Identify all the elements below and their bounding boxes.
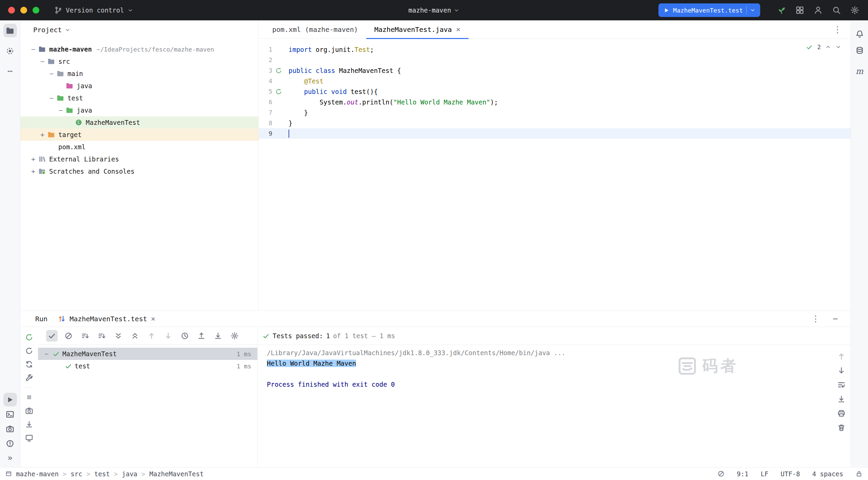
project-tree-item-external-libraries[interactable]: +External Libraries: [20, 153, 258, 165]
code-line-2[interactable]: 2: [259, 55, 851, 65]
hide-tool-window-icon[interactable]: −: [833, 314, 838, 324]
run-test-gutter-icon[interactable]: [274, 88, 284, 96]
tree-expander[interactable]: −: [47, 94, 56, 102]
show-console-button[interactable]: [23, 432, 35, 444]
more-tool-windows-button[interactable]: ⋯: [3, 64, 17, 78]
import-test-results-button[interactable]: [196, 330, 207, 342]
project-tree-item-src[interactable]: −src: [20, 55, 258, 68]
console-output[interactable]: /Library/Java/JavaVirtualMachines/jdk1.8…: [258, 345, 851, 390]
code-line-3[interactable]: 3public class MazheMavenTest {: [259, 65, 851, 76]
project-tree-item-target[interactable]: +target: [20, 129, 258, 141]
rerun-tests-button[interactable]: [23, 331, 35, 343]
breadcrumb-item-test[interactable]: test: [94, 470, 110, 478]
toggle-auto-test-button[interactable]: [23, 358, 35, 370]
collapse-all-button[interactable]: [129, 330, 141, 342]
zoom-window-button[interactable]: [33, 7, 39, 14]
show-ignored-button[interactable]: [63, 330, 74, 342]
run-options-icon[interactable]: ⋮: [811, 314, 820, 324]
expand-all-button[interactable]: [113, 330, 124, 342]
breadcrumb-item-src[interactable]: src: [71, 470, 82, 478]
tool-windows-button[interactable]: [795, 6, 804, 15]
tree-expander[interactable]: +: [38, 131, 47, 139]
scroll-up-button[interactable]: [836, 351, 846, 361]
close-icon[interactable]: ×: [151, 314, 155, 323]
project-tree-item-scratches-and-consoles[interactable]: +Scratches and Consoles: [20, 165, 258, 177]
editor-options-icon[interactable]: ⋮: [833, 24, 842, 35]
hidden-stripe-buttons[interactable]: »: [3, 451, 17, 465]
tree-expander[interactable]: −: [38, 57, 47, 65]
test-options-button[interactable]: [229, 330, 240, 342]
close-window-button[interactable]: [8, 7, 15, 14]
previous-failed-test-button[interactable]: [146, 330, 157, 342]
previous-problem-icon[interactable]: [825, 44, 831, 50]
breadcrumb-item-java[interactable]: java: [122, 470, 137, 478]
tree-expander[interactable]: −: [29, 45, 38, 53]
sort-alphabetically-button[interactable]: [96, 330, 107, 342]
code-line-7[interactable]: 7 }: [259, 107, 851, 118]
test-runner-settings-button[interactable]: [23, 372, 35, 384]
problems-tool-button[interactable]: [3, 437, 17, 450]
show-passed-button[interactable]: [46, 330, 58, 342]
close-icon[interactable]: ×: [456, 26, 460, 33]
project-tree-item-java[interactable]: java: [20, 80, 258, 92]
database-tool-button[interactable]: [853, 43, 866, 57]
editor-tab-pom-xml-mazhe-maven-[interactable]: pom.xml (mazhe-maven): [264, 20, 366, 39]
run-tab[interactable]: MazheMavenTest.test ×: [58, 314, 155, 323]
attach-to-process-button[interactable]: [23, 418, 35, 430]
file-encoding[interactable]: UTF-8: [781, 470, 800, 478]
test-history-button[interactable]: [179, 330, 191, 342]
capture-tool-button[interactable]: [3, 422, 17, 436]
indent-style[interactable]: 4 spaces: [812, 470, 843, 478]
settings-button[interactable]: [850, 6, 859, 15]
run-configuration-widget[interactable]: MazheMavenTest.test: [658, 3, 760, 17]
tree-expander[interactable]: +: [29, 167, 38, 175]
tree-expander[interactable]: −: [56, 106, 65, 114]
caret-position[interactable]: 9:1: [737, 470, 748, 478]
project-tree-item-mazhe-maven[interactable]: −mazhe-maven~/IdeaProjects/fesco/mazhe-m…: [20, 43, 258, 55]
maven-tool-button[interactable]: m: [853, 64, 866, 78]
breadcrumb-item-mazhe-maven[interactable]: mazhe-maven: [16, 470, 59, 478]
tree-expander[interactable]: −: [41, 350, 52, 358]
notifications-button[interactable]: [853, 27, 866, 41]
breadcrumb-item-mazhemaventest[interactable]: MazheMavenTest: [150, 470, 204, 478]
vcs-widget[interactable]: Version control: [54, 6, 133, 14]
project-tree-item-java[interactable]: −java: [20, 104, 258, 116]
highlighting-level-icon[interactable]: [717, 470, 725, 477]
soft-wrap-button[interactable]: [836, 380, 846, 389]
code-line-8[interactable]: 8}: [259, 118, 851, 128]
lock-icon[interactable]: [855, 470, 863, 477]
project-tool-button[interactable]: [3, 24, 17, 37]
next-failed-test-button[interactable]: [162, 330, 174, 342]
project-tree-item-pom-xml[interactable]: pom.xml: [20, 141, 258, 153]
minimize-window-button[interactable]: [20, 7, 27, 14]
stop-button[interactable]: [23, 391, 35, 403]
code-line-6[interactable]: 6 System.out.println("Hello World Mazhe …: [259, 97, 851, 107]
project-tree-item-mazhemaventest[interactable]: CMazheMavenTest: [20, 116, 258, 129]
print-button[interactable]: [836, 408, 846, 418]
line-separator[interactable]: LF: [761, 470, 768, 478]
sort-by-duration-button[interactable]: [79, 330, 91, 342]
project-tree-item-main[interactable]: −main: [20, 68, 258, 80]
export-test-results-button[interactable]: [212, 330, 224, 342]
scroll-to-end-button[interactable]: [836, 394, 846, 404]
terminal-tool-button[interactable]: [3, 407, 17, 421]
project-tree-item-test[interactable]: −test: [20, 92, 258, 104]
run-test-gutter-icon[interactable]: [274, 66, 284, 75]
tree-expander[interactable]: −: [47, 70, 56, 78]
code-editor[interactable]: 1import org.junit.Test;23public class Ma…: [259, 39, 851, 310]
code-line-5[interactable]: 5 public void test(){: [259, 86, 851, 97]
editor-tab-mazhemaventest-java[interactable]: MazheMavenTest.java×: [366, 20, 469, 39]
code-with-me-button[interactable]: [814, 6, 823, 15]
ai-assistant-button[interactable]: [777, 6, 786, 15]
chevron-down-icon[interactable]: [65, 27, 71, 33]
code-line-1[interactable]: 1import org.junit.Test;: [259, 44, 851, 55]
tree-expander[interactable]: +: [29, 155, 38, 163]
run-tool-button[interactable]: [3, 393, 17, 406]
test-tree-item-mazhemaventest[interactable]: −MazheMavenTest1 ms: [38, 348, 257, 360]
project-panel-header[interactable]: Project: [20, 20, 258, 39]
code-line-9[interactable]: 9: [259, 128, 851, 139]
next-problem-icon[interactable]: [835, 44, 841, 50]
search-everywhere-button[interactable]: [832, 6, 841, 15]
code-line-4[interactable]: 4 @Test: [259, 76, 851, 86]
test-tree-item-test[interactable]: test1 ms: [38, 360, 257, 372]
